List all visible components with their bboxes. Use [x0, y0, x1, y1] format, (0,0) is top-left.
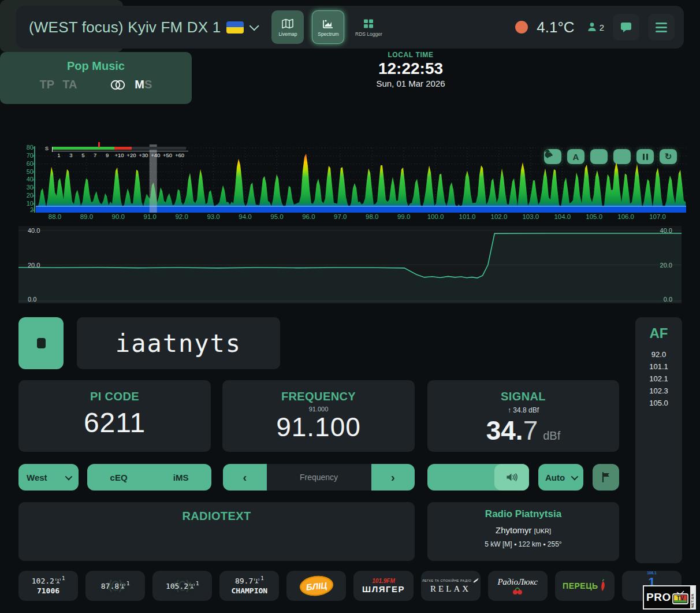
radiotext-panel: RADIOTEXT [18, 502, 415, 561]
spectrum-y-tick: 40 [20, 176, 33, 183]
s-meter: S 13579+10+20+30+40+50+60 [45, 144, 195, 161]
antenna-select[interactable]: West [18, 464, 79, 491]
spectrum-graph-icon [322, 18, 334, 29]
station-card[interactable]: БЛІЦ [286, 571, 346, 601]
ta-flag: TA [62, 78, 77, 91]
protv-pro-text: PRO [646, 591, 671, 604]
local-time-value: 12:22:53 [376, 60, 445, 78]
radio-lux-logo: РадіоЛюкс [498, 577, 538, 587]
spectrum-x-tick: 106.0 [613, 213, 639, 220]
table-grid-icon [362, 18, 375, 29]
refresh-icon: ↻ [665, 151, 672, 162]
ims-toggle[interactable]: iMS [173, 473, 189, 482]
report-flag-button[interactable] [593, 464, 619, 491]
local-date: Sun, 01 Mar 2026 [376, 79, 445, 88]
spectrum-y-tick: 20 [20, 192, 33, 199]
signal-y-tick-left: 20.0 [28, 262, 40, 269]
tune-down-button[interactable]: ‹ [223, 464, 267, 491]
livemap-button[interactable]: Livemap [271, 10, 304, 44]
tp-flag: TP [40, 78, 55, 91]
server-title-dropdown[interactable]: (WEST focus) Kyiv FM DX 1 [29, 18, 256, 36]
autoscale-button[interactable]: A [567, 149, 584, 164]
s-meter-tick: +30 [139, 152, 148, 158]
s-meter-tick: +40 [151, 152, 160, 158]
chat-bubble-icon [620, 21, 632, 33]
station-card[interactable]: РадіоЛюкс [488, 571, 548, 601]
spectrum-x-tick: 107.0 [645, 213, 671, 220]
spectrum-y-tick: 30 [20, 184, 33, 191]
frequency-label: FREQUENCY [222, 390, 415, 403]
spectrum-x-tick: 99.0 [391, 213, 416, 220]
tune-up-button[interactable]: › [371, 464, 415, 491]
spectrum-x-tick: 89.0 [74, 213, 99, 220]
spectrum-x-tick: 102.0 [486, 213, 512, 220]
spectrum-x-tick: 95.0 [264, 213, 289, 220]
shlyager-freq: 101.9FM [372, 578, 394, 584]
volume-thumb[interactable] [494, 464, 529, 491]
server-title: (WEST focus) Kyiv FM DX 1 [29, 18, 221, 36]
rds-logger-button[interactable]: RDS Logger [352, 10, 385, 44]
spectrum-button[interactable]: Spectrum [312, 10, 344, 44]
station-card[interactable]: 105.21 [152, 571, 212, 601]
pty-label: Pop Music [0, 60, 192, 73]
ceq-toggle[interactable]: cEQ [110, 473, 128, 482]
spectrum-analyzer: 8070605040302010288.089.090.091.092.093.… [20, 144, 686, 225]
mode-selected: Auto [545, 473, 565, 482]
af-title: AF [635, 325, 682, 341]
speech-flag: S [144, 78, 152, 91]
mode-select[interactable]: Auto [538, 464, 583, 491]
spectrum-x-tick: 96.0 [296, 213, 321, 220]
chevron-down-icon [65, 473, 73, 480]
station-card[interactable]: 89.71CHAMPION [219, 571, 279, 601]
shlyager-logo: ШЛЯГЕР [362, 584, 405, 594]
header-right: 4.1°C 2 [515, 14, 675, 40]
graph-style-button[interactable] [613, 149, 631, 164]
frequency-input[interactable] [267, 464, 371, 491]
bird-icon [473, 578, 479, 583]
rds-logger-label: RDS Logger [355, 31, 382, 37]
signal-graph-panel: 40.040.020.020.00.00.0 [18, 226, 682, 303]
s-meter-tick: 5 [81, 152, 84, 158]
station-info-panel: Radio Piatnytsia Zhytomyr [UKR] 5 kW [M]… [427, 502, 619, 561]
spectrum-x-tick: 101.0 [455, 213, 480, 220]
signal-value: 34.7dBf [427, 415, 619, 446]
chat-button[interactable] [613, 14, 639, 40]
autoscale-a-label: A [573, 152, 579, 162]
stop-icon [37, 338, 46, 348]
spectrum-x-tick: 98.0 [359, 213, 385, 220]
fit-vertical-button[interactable] [590, 149, 608, 164]
antenna-icon [55, 578, 61, 584]
ps-name-panel: iaatnyts [77, 317, 280, 369]
station-card[interactable]: ЛЕГКЕ ТА СПОКІЙНЕ РАДІОRELAX [421, 571, 481, 601]
station-card[interactable]: ПЕРЕЦЬ [555, 571, 615, 601]
eq-ims-toggle-group: cEQ iMS [87, 464, 211, 491]
s-meter-tick: +20 [126, 152, 136, 158]
mode-switcher: Livemap Spectrum RDS Logger [271, 10, 385, 44]
signal-unit: dBf [543, 429, 560, 442]
header-bar: (WEST focus) Kyiv FM DX 1 Livemap Sp [16, 6, 684, 49]
ps-name: iaatnyts [116, 329, 241, 358]
livemap-label: Livemap [278, 31, 297, 37]
temperature-value: 4.1°C [537, 18, 574, 36]
spectrum-y-tick: 80 [20, 144, 33, 151]
s-meter-tick: +50 [163, 152, 172, 158]
pause-button[interactable] [636, 149, 654, 164]
station-card[interactable]: 101.9FMШЛЯГЕР [353, 571, 413, 601]
listeners-count: 2 [600, 23, 604, 32]
station-card[interactable]: 87.81 [85, 571, 145, 601]
stop-audio-button[interactable] [18, 317, 64, 369]
station-presets-row: 102.217100687.81105.2189.71CHAMPIONБЛІЦ1… [18, 571, 682, 601]
spectrum-x-tick: 91.0 [137, 213, 163, 220]
pi-code-label: PI CODE [18, 390, 211, 403]
spectrum-y-tick: 2 [20, 206, 33, 213]
temperature-dot-icon [515, 21, 528, 34]
signal-value-dec: 7 [523, 415, 538, 445]
frequency-tuner: ‹ › [223, 464, 415, 491]
station-card[interactable]: 102.2171006 [18, 571, 78, 601]
s-meter-tick: 3 [69, 152, 72, 158]
volume-slider[interactable] [427, 464, 529, 491]
spectrum-x-tick: 90.0 [106, 213, 131, 220]
s-meter-tick: +60 [175, 152, 184, 158]
menu-button[interactable] [648, 14, 675, 40]
refresh-button[interactable]: ↻ [660, 149, 677, 164]
